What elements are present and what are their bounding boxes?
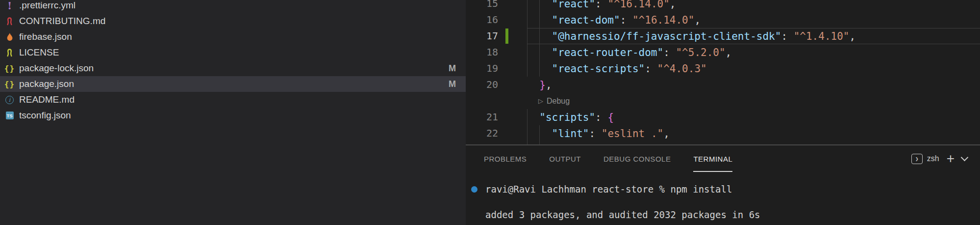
git-added-gutter-bar: [505, 28, 508, 44]
codelens-play-icon: ▷: [538, 97, 543, 105]
active-terminal-item[interactable]: ❯ zsh: [911, 154, 939, 164]
line-number: 16: [466, 12, 498, 28]
editor-region: 15 "react": "^16.14.0",16 "react-dom": "…: [466, 0, 980, 144]
file-row-CONTRIBUTING.md[interactable]: CONTRIBUTING.md: [0, 13, 466, 29]
ribbon-red-icon: [4, 16, 15, 27]
line-number: 15: [466, 0, 498, 12]
code-row-line-20: 20 },: [466, 77, 980, 93]
file-name: README.md: [19, 94, 75, 105]
file-row-package-lock.json[interactable]: {}package-lock.jsonM: [0, 60, 466, 76]
editor-group: 15 "react": "^16.14.0",16 "react-dom": "…: [466, 0, 980, 225]
panel-tab-bar: PROBLEMSOUTPUTDEBUG CONSOLETERMINAL: [466, 145, 980, 172]
file-row-.prettierrc.yml[interactable]: !.prettierrc.yml: [0, 0, 466, 13]
file-name: firebase.json: [19, 31, 72, 42]
tab-output[interactable]: OUTPUT: [549, 145, 581, 172]
file-name: CONTRIBUTING.md: [19, 16, 105, 27]
git-modified-badge: M: [449, 79, 456, 89]
json-braces-icon: {}: [4, 63, 15, 74]
file-name: package-lock.json: [19, 63, 94, 74]
line-number: 18: [466, 44, 498, 60]
file-row-package.json[interactable]: {}package.jsonM: [0, 76, 466, 92]
codelens-debug-link[interactable]: ▷Debug: [538, 93, 570, 109]
line-number: 21: [466, 109, 498, 125]
terminal-shell-icon: ❯: [911, 154, 923, 164]
code-line[interactable]: "react-dom": "^16.14.0",: [527, 14, 701, 26]
file-row-LICENSE[interactable]: LICENSE: [0, 45, 466, 60]
chevron-down-icon[interactable]: [961, 154, 969, 162]
tab-problems[interactable]: PROBLEMS: [484, 145, 527, 172]
terminal-line: added 3 packages, and audited 2032 packa…: [485, 209, 760, 220]
file-name: .prettierrc.yml: [19, 0, 75, 11]
prettier-icon: !: [4, 0, 15, 11]
file-explorer: !.prettierrc.ymlCONTRIBUTING.mdfirebase.…: [0, 0, 466, 225]
code-line[interactable]: "lint": "eslint .",: [527, 128, 670, 140]
code-line[interactable]: "react-scripts": "^4.0.3": [527, 63, 707, 75]
code-row-line-16: 16 "react-dom": "^16.14.0",: [466, 12, 980, 28]
code-row-line-18: 18 "react-router-dom": "^5.2.0",: [466, 44, 980, 60]
line-number: 20: [466, 77, 498, 93]
file-row-README.md[interactable]: iREADME.md: [0, 92, 466, 108]
info-icon: i: [4, 94, 15, 105]
terminal-text: ravi@Ravi Lachhman react-store % npm ins…: [485, 184, 732, 195]
git-modified-badge: M: [449, 63, 456, 74]
codelens-label: Debug: [547, 97, 570, 106]
code-row-line-17: 17 "@harnessio/ff-javascript-client-sdk"…: [466, 28, 980, 44]
typescript-icon: TS: [4, 110, 15, 121]
shell-label: zsh: [927, 154, 939, 163]
command-success-dot-icon: [471, 186, 477, 193]
line-number: 19: [466, 60, 498, 77]
code-line[interactable]: "scripts": {: [527, 112, 614, 123]
vscode-window: !.prettierrc.ymlCONTRIBUTING.mdfirebase.…: [0, 0, 980, 225]
code-row-line-15: 15 "react": "^16.14.0",: [466, 0, 980, 12]
panel-controls: ❯ zsh +: [911, 145, 967, 172]
flame-icon: [4, 31, 15, 42]
json-braces-icon: {}: [4, 79, 15, 89]
ribbon-yellow-icon: [4, 47, 15, 58]
code-row-line-22: 22 "lint": "eslint .",: [466, 125, 980, 141]
tab-terminal[interactable]: TERMINAL: [693, 145, 732, 172]
code-line[interactable]: "react-router-dom": "^5.2.0",: [527, 47, 731, 58]
code-row-line-19: 19 "react-scripts": "^4.0.3": [466, 60, 980, 77]
file-row-tsconfig.json[interactable]: TStsconfig.json: [0, 108, 466, 123]
code-line[interactable]: },: [527, 79, 552, 91]
file-name: LICENSE: [19, 47, 59, 58]
terminal-line: ravi@Ravi Lachhman react-store % npm ins…: [471, 184, 732, 195]
code-line[interactable]: "react": "^16.14.0",: [527, 0, 676, 10]
tab-debug-console[interactable]: DEBUG CONSOLE: [603, 145, 671, 172]
line-number: 17: [466, 28, 498, 44]
file-row-firebase.json[interactable]: firebase.json: [0, 29, 466, 45]
file-name: tsconfig.json: [19, 110, 71, 121]
code-line[interactable]: "@harnessio/ff-javascript-client-sdk": "…: [527, 30, 855, 42]
file-name: package.json: [19, 79, 74, 89]
code-row-line-21: 21 "scripts": {: [466, 109, 980, 125]
line-number: 22: [466, 125, 498, 141]
terminal-panel: PROBLEMSOUTPUTDEBUG CONSOLETERMINAL ❯ zs…: [466, 144, 980, 225]
terminal-text: added 3 packages, and audited 2032 packa…: [485, 209, 760, 220]
